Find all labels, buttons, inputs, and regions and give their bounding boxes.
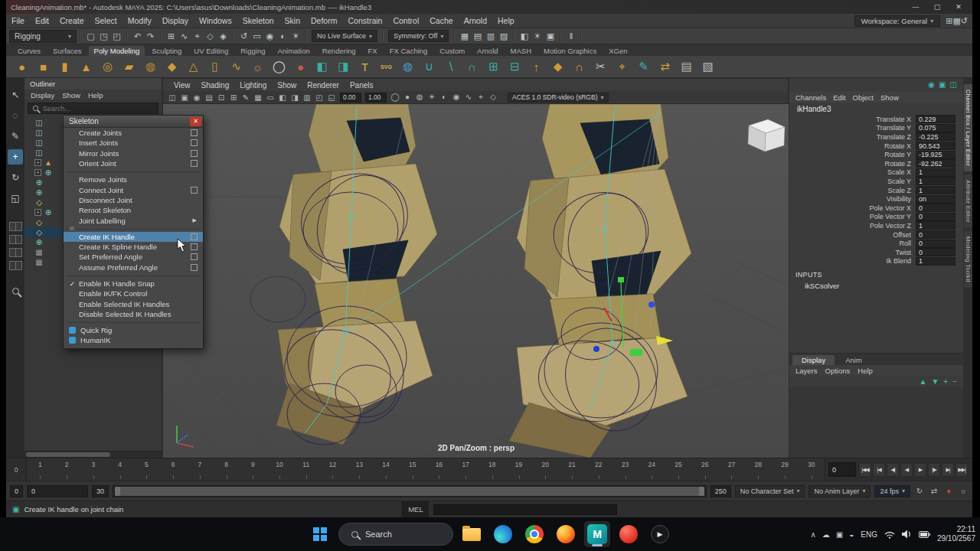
- frame-tick[interactable]: 23: [612, 458, 639, 481]
- lighting-icon[interactable]: ☀: [531, 31, 544, 41]
- viewport-canvas[interactable]: 2D Pan/Zoom : persp: [163, 104, 788, 457]
- frame-tick[interactable]: 3: [80, 458, 106, 481]
- timeline-ticks[interactable]: 1234567891011121314151617181920212223242…: [26, 458, 825, 481]
- channel-value-field[interactable]: 0: [916, 240, 956, 248]
- pin-channelbox-icon[interactable]: ◉: [928, 80, 935, 90]
- add-selected-layer-icon[interactable]: −: [952, 377, 957, 386]
- 2d-pan-zoom-icon[interactable]: ⊞: [227, 93, 240, 102]
- frame-tick[interactable]: 13: [346, 458, 373, 481]
- menu-deform[interactable]: Deform: [305, 15, 342, 27]
- poly-cube-icon[interactable]: ■: [34, 57, 53, 77]
- shelf-tab-sculpting[interactable]: Sculpting: [146, 46, 187, 56]
- option-box-icon[interactable]: [191, 243, 198, 250]
- option-box-icon[interactable]: [191, 187, 198, 194]
- isolate-select-icon[interactable]: ⌖: [475, 93, 487, 102]
- battery-icon[interactable]: [919, 531, 930, 538]
- panel-tab-modeling-toolkit[interactable]: Modeling Toolkit: [964, 231, 972, 288]
- select-tool-icon[interactable]: ↖: [8, 87, 23, 103]
- minimize-button[interactable]: —: [906, 3, 925, 11]
- channelbox-menu-show[interactable]: Show: [880, 93, 899, 102]
- outliner-menu-help[interactable]: Help: [88, 91, 103, 99]
- skeleton-menu-titlebar[interactable]: Skeleton ✕: [64, 116, 203, 128]
- shadows-icon[interactable]: ◐: [438, 93, 450, 102]
- go-to-start-button[interactable]: |◀◀: [859, 463, 871, 477]
- layer-tab-anim[interactable]: Anim: [836, 355, 871, 365]
- frame-tick[interactable]: 24: [639, 458, 665, 481]
- move-layer-down-icon[interactable]: ▼: [931, 377, 939, 386]
- frame-tick[interactable]: 16: [426, 458, 452, 481]
- shaded-icon[interactable]: ●: [401, 93, 413, 102]
- shaded-display-icon[interactable]: ▨: [497, 31, 510, 41]
- menu-arnold[interactable]: Arnold: [459, 15, 492, 27]
- poly-helix-icon[interactable]: ∿: [227, 57, 246, 77]
- edge-icon[interactable]: [490, 521, 516, 547]
- outliner-menu-display[interactable]: Display: [31, 91, 54, 99]
- menu-item-set-preferred-angle[interactable]: Set Preferred Angle: [64, 252, 203, 262]
- option-box-icon[interactable]: [191, 264, 198, 271]
- update-icon[interactable]: ◒: [849, 530, 854, 539]
- menu-select[interactable]: Select: [90, 15, 122, 27]
- channelbox-menu-object[interactable]: Object: [853, 93, 874, 102]
- zoom-tool-icon[interactable]: [12, 288, 19, 295]
- outliner-menu-show[interactable]: Show: [62, 91, 80, 99]
- resolution-gate-icon[interactable]: ◧: [276, 93, 289, 102]
- lasso-tool-icon[interactable]: ◌: [8, 108, 23, 123]
- taskbar-clock[interactable]: 22:11 29/10/2567: [937, 525, 975, 543]
- open-scene-icon[interactable]: ◳: [97, 31, 110, 41]
- poly-type-icon[interactable]: T: [355, 57, 374, 77]
- panel-tab-attribute-editor[interactable]: Attribute Editor: [964, 174, 972, 228]
- move-layer-up-icon[interactable]: ▲: [920, 377, 927, 386]
- playback-speed-icon[interactable]: ⇄: [929, 487, 939, 495]
- menu-file[interactable]: File: [6, 15, 30, 27]
- separate-icon[interactable]: ⊟: [505, 57, 524, 77]
- expander-icon[interactable]: +: [34, 159, 41, 166]
- paint-select-tool-icon[interactable]: ✎: [8, 129, 23, 144]
- layer-list[interactable]: [789, 387, 963, 458]
- poly-cone-icon[interactable]: ▲: [77, 57, 96, 77]
- menu-edit[interactable]: Edit: [30, 15, 54, 27]
- layer-tab-display[interactable]: Display: [792, 355, 835, 365]
- expander-icon[interactable]: +: [34, 169, 41, 176]
- channel-value-field[interactable]: 0.075: [916, 124, 956, 132]
- option-box-icon[interactable]: [191, 253, 198, 260]
- menu-control[interactable]: Control: [387, 15, 424, 27]
- channel-value-field[interactable]: 1: [916, 177, 956, 185]
- add-layer-icon[interactable]: +: [943, 377, 948, 386]
- motion-blur-icon[interactable]: ∿: [462, 93, 475, 102]
- input-node[interactable]: ikSCsolver: [789, 279, 963, 290]
- mel-label[interactable]: MEL: [401, 501, 429, 517]
- 3d-scene[interactable]: 2D Pan/Zoom : persp: [163, 104, 789, 458]
- playback-end-field[interactable]: 30: [92, 485, 109, 497]
- textured-icon[interactable]: ▣: [544, 31, 557, 41]
- channel-value-field[interactable]: 1: [916, 168, 956, 177]
- step-forward-frame-button[interactable]: ▶|: [942, 463, 954, 477]
- file-explorer-icon[interactable]: [459, 521, 485, 547]
- layout-single-pane-button[interactable]: [9, 222, 22, 231]
- crease-set-icon[interactable]: ▤: [677, 57, 696, 77]
- poly-cylinder-icon[interactable]: ▮: [55, 57, 74, 77]
- frame-tick[interactable]: 12: [319, 458, 346, 481]
- channel-value-field[interactable]: -0.225: [916, 132, 956, 141]
- shelf-tab-animation[interactable]: Animation: [272, 46, 315, 56]
- frame-tick[interactable]: 22: [585, 458, 612, 481]
- panel-menu-panels[interactable]: Panels: [345, 81, 378, 90]
- firefox-icon[interactable]: [553, 521, 579, 547]
- frame-tick[interactable]: 1: [27, 458, 54, 481]
- maya-icon[interactable]: M: [584, 521, 610, 547]
- panel-menu-renderer[interactable]: Renderer: [302, 81, 344, 90]
- step-back-frame-button[interactable]: |◀: [873, 463, 885, 477]
- poly-sphere-icon[interactable]: ●: [12, 57, 31, 77]
- menu-item-mirror-joints[interactable]: Mirror Joints: [64, 148, 203, 158]
- panel-menu-show[interactable]: Show: [273, 81, 301, 90]
- language-indicator[interactable]: ENG: [861, 530, 877, 539]
- menu-cache[interactable]: Cache: [424, 15, 458, 27]
- mirror-icon[interactable]: ⇄: [655, 57, 675, 77]
- channel-value-field[interactable]: 0: [916, 230, 956, 239]
- menu-item-reroot-skeleton[interactable]: Reroot Skeleton: [64, 205, 203, 215]
- xray-display-icon[interactable]: ◇: [487, 93, 499, 102]
- channelbox-menu-edit[interactable]: Edit: [833, 93, 845, 102]
- menu-item-connect-joint[interactable]: Connect Joint: [64, 184, 203, 194]
- use-all-lights-icon[interactable]: ☀: [426, 93, 438, 102]
- combine-icon[interactable]: ⊞: [484, 57, 503, 77]
- live-surface-field[interactable]: No Live Surface: [312, 30, 377, 42]
